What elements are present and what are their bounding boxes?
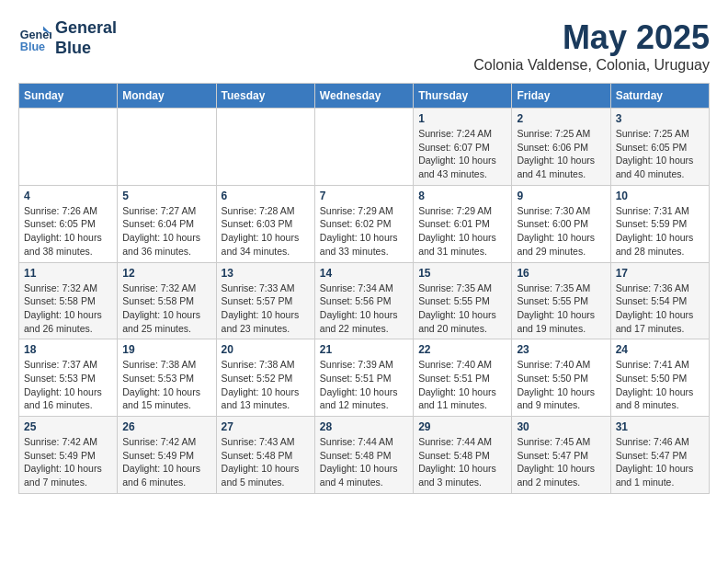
calendar-cell: 8Sunrise: 7:29 AMSunset: 6:01 PMDaylight… xyxy=(414,185,512,262)
day-info: Sunrise: 7:42 AMSunset: 5:49 PMDaylight:… xyxy=(122,435,210,489)
calendar-week-4: 18Sunrise: 7:37 AMSunset: 5:53 PMDayligh… xyxy=(19,339,710,417)
calendar-cell xyxy=(118,109,216,186)
day-number: 5 xyxy=(122,190,210,202)
day-info: Sunrise: 7:35 AMSunset: 5:55 PMDaylight:… xyxy=(517,282,605,336)
day-number: 27 xyxy=(222,420,310,433)
calendar-table: SundayMondayTuesdayWednesdayThursdayFrid… xyxy=(18,83,710,494)
calendar-cell: 28Sunrise: 7:44 AMSunset: 5:48 PMDayligh… xyxy=(314,417,413,494)
weekday-header-row: SundayMondayTuesdayWednesdayThursdayFrid… xyxy=(19,84,710,109)
day-info: Sunrise: 7:34 AMSunset: 5:56 PMDaylight:… xyxy=(320,282,408,336)
calendar-cell: 26Sunrise: 7:42 AMSunset: 5:49 PMDayligh… xyxy=(118,417,216,494)
title-section: May 2025 Colonia Valdense, Colonia, Urug… xyxy=(473,18,710,74)
weekday-header-monday: Monday xyxy=(118,84,216,109)
weekday-header-thursday: Thursday xyxy=(414,84,512,109)
day-number: 11 xyxy=(24,267,112,280)
day-number: 25 xyxy=(24,420,112,433)
day-number: 4 xyxy=(24,190,112,202)
day-info: Sunrise: 7:32 AMSunset: 5:58 PMDaylight:… xyxy=(24,282,112,336)
calendar-cell: 29Sunrise: 7:44 AMSunset: 5:48 PMDayligh… xyxy=(414,417,512,494)
calendar-cell: 11Sunrise: 7:32 AMSunset: 5:58 PMDayligh… xyxy=(19,262,118,339)
calendar-cell: 27Sunrise: 7:43 AMSunset: 5:48 PMDayligh… xyxy=(216,417,314,494)
calendar-cell: 7Sunrise: 7:29 AMSunset: 6:02 PMDaylight… xyxy=(314,185,413,262)
day-info: Sunrise: 7:41 AMSunset: 5:50 PMDaylight:… xyxy=(616,358,704,412)
weekday-header-friday: Friday xyxy=(512,84,610,109)
day-info: Sunrise: 7:33 AMSunset: 5:57 PMDaylight:… xyxy=(222,282,310,336)
day-number: 3 xyxy=(616,112,704,125)
day-info: Sunrise: 7:38 AMSunset: 5:53 PMDaylight:… xyxy=(122,358,210,412)
day-info: Sunrise: 7:46 AMSunset: 5:47 PMDaylight:… xyxy=(616,435,704,489)
day-info: Sunrise: 7:25 AMSunset: 6:06 PMDaylight:… xyxy=(517,127,605,181)
day-info: Sunrise: 7:32 AMSunset: 5:58 PMDaylight:… xyxy=(122,282,210,336)
day-info: Sunrise: 7:25 AMSunset: 6:05 PMDaylight:… xyxy=(616,127,704,181)
calendar-cell: 23Sunrise: 7:40 AMSunset: 5:50 PMDayligh… xyxy=(512,339,610,417)
calendar-cell: 2Sunrise: 7:25 AMSunset: 6:06 PMDaylight… xyxy=(512,109,610,186)
day-number: 17 xyxy=(616,267,704,280)
calendar-cell xyxy=(19,109,118,186)
day-number: 15 xyxy=(418,267,506,280)
calendar-cell: 6Sunrise: 7:28 AMSunset: 6:03 PMDaylight… xyxy=(216,185,314,262)
day-number: 30 xyxy=(517,420,605,433)
month-title: May 2025 xyxy=(473,18,710,57)
calendar-cell: 17Sunrise: 7:36 AMSunset: 5:54 PMDayligh… xyxy=(610,262,709,339)
calendar-cell: 16Sunrise: 7:35 AMSunset: 5:55 PMDayligh… xyxy=(512,262,610,339)
day-info: Sunrise: 7:45 AMSunset: 5:47 PMDaylight:… xyxy=(517,435,605,489)
day-info: Sunrise: 7:38 AMSunset: 5:52 PMDaylight:… xyxy=(222,358,310,412)
weekday-header-sunday: Sunday xyxy=(19,84,118,109)
weekday-header-wednesday: Wednesday xyxy=(314,84,413,109)
calendar-cell: 4Sunrise: 7:26 AMSunset: 6:05 PMDaylight… xyxy=(19,185,118,262)
svg-text:Blue: Blue xyxy=(20,40,45,52)
day-number: 2 xyxy=(517,112,605,125)
logo-line1: General xyxy=(55,18,117,39)
day-info: Sunrise: 7:31 AMSunset: 5:59 PMDaylight:… xyxy=(616,204,704,259)
day-info: Sunrise: 7:30 AMSunset: 6:00 PMDaylight:… xyxy=(517,204,605,259)
day-number: 14 xyxy=(320,267,408,280)
day-number: 21 xyxy=(320,343,408,356)
calendar-cell: 21Sunrise: 7:39 AMSunset: 5:51 PMDayligh… xyxy=(314,339,413,417)
day-info: Sunrise: 7:28 AMSunset: 6:03 PMDaylight:… xyxy=(222,204,310,259)
location-subtitle: Colonia Valdense, Colonia, Uruguay xyxy=(473,57,710,74)
day-info: Sunrise: 7:40 AMSunset: 5:50 PMDaylight:… xyxy=(517,358,605,412)
calendar-cell: 12Sunrise: 7:32 AMSunset: 5:58 PMDayligh… xyxy=(118,262,216,339)
day-number: 12 xyxy=(122,267,210,280)
day-number: 22 xyxy=(418,343,506,356)
day-number: 28 xyxy=(320,420,408,433)
day-number: 26 xyxy=(122,420,210,433)
day-number: 29 xyxy=(418,420,506,433)
day-number: 16 xyxy=(517,267,605,280)
calendar-cell: 10Sunrise: 7:31 AMSunset: 5:59 PMDayligh… xyxy=(610,185,709,262)
calendar-cell: 14Sunrise: 7:34 AMSunset: 5:56 PMDayligh… xyxy=(314,262,413,339)
day-number: 20 xyxy=(222,343,310,356)
logo-icon: General Blue xyxy=(18,22,51,55)
calendar-cell xyxy=(314,109,413,186)
day-number: 6 xyxy=(222,190,310,202)
page-header: General Blue General Blue May 2025 Colon… xyxy=(18,18,710,74)
day-info: Sunrise: 7:42 AMSunset: 5:49 PMDaylight:… xyxy=(24,435,112,489)
day-number: 7 xyxy=(320,190,408,202)
logo: General Blue General Blue xyxy=(18,18,117,58)
calendar-cell: 18Sunrise: 7:37 AMSunset: 5:53 PMDayligh… xyxy=(19,339,118,417)
day-info: Sunrise: 7:27 AMSunset: 6:04 PMDaylight:… xyxy=(122,204,210,259)
day-number: 9 xyxy=(517,190,605,202)
calendar-cell: 19Sunrise: 7:38 AMSunset: 5:53 PMDayligh… xyxy=(118,339,216,417)
calendar-cell: 15Sunrise: 7:35 AMSunset: 5:55 PMDayligh… xyxy=(414,262,512,339)
calendar-cell: 30Sunrise: 7:45 AMSunset: 5:47 PMDayligh… xyxy=(512,417,610,494)
calendar-week-2: 4Sunrise: 7:26 AMSunset: 6:05 PMDaylight… xyxy=(19,185,710,262)
day-number: 18 xyxy=(24,343,112,356)
weekday-header-saturday: Saturday xyxy=(610,84,709,109)
day-info: Sunrise: 7:36 AMSunset: 5:54 PMDaylight:… xyxy=(616,282,704,336)
day-info: Sunrise: 7:43 AMSunset: 5:48 PMDaylight:… xyxy=(222,435,310,489)
calendar-cell: 31Sunrise: 7:46 AMSunset: 5:47 PMDayligh… xyxy=(610,417,709,494)
calendar-cell: 3Sunrise: 7:25 AMSunset: 6:05 PMDaylight… xyxy=(610,109,709,186)
day-number: 19 xyxy=(122,343,210,356)
calendar-week-1: 1Sunrise: 7:24 AMSunset: 6:07 PMDaylight… xyxy=(19,109,710,186)
day-info: Sunrise: 7:40 AMSunset: 5:51 PMDaylight:… xyxy=(418,358,506,412)
day-info: Sunrise: 7:29 AMSunset: 6:01 PMDaylight:… xyxy=(418,204,506,259)
calendar-cell: 13Sunrise: 7:33 AMSunset: 5:57 PMDayligh… xyxy=(216,262,314,339)
calendar-cell: 25Sunrise: 7:42 AMSunset: 5:49 PMDayligh… xyxy=(19,417,118,494)
logo-line2: Blue xyxy=(55,39,117,59)
day-info: Sunrise: 7:35 AMSunset: 5:55 PMDaylight:… xyxy=(418,282,506,336)
day-info: Sunrise: 7:39 AMSunset: 5:51 PMDaylight:… xyxy=(320,358,408,412)
day-info: Sunrise: 7:44 AMSunset: 5:48 PMDaylight:… xyxy=(320,435,408,489)
calendar-cell: 5Sunrise: 7:27 AMSunset: 6:04 PMDaylight… xyxy=(118,185,216,262)
calendar-cell xyxy=(216,109,314,186)
